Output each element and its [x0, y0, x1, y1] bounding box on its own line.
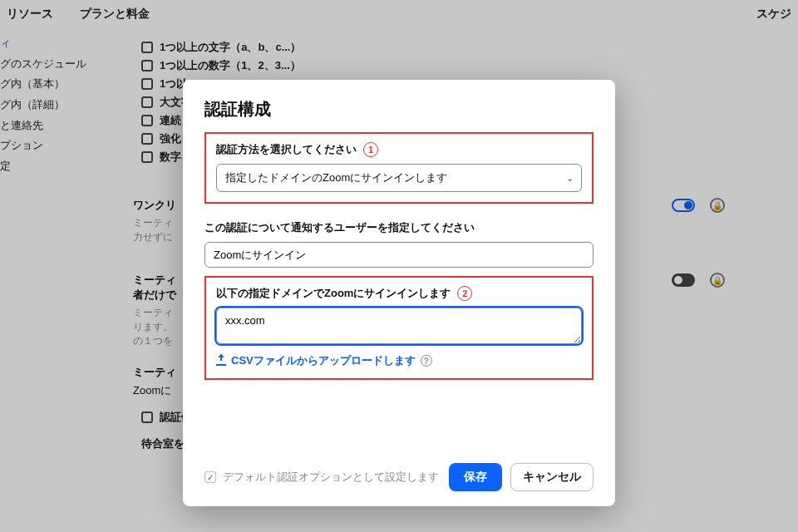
- default-auth-checkbox[interactable]: ✓: [204, 471, 216, 483]
- upload-icon: [216, 356, 226, 366]
- help-icon[interactable]: ?: [421, 355, 432, 367]
- auth-method-value: 指定したドメインのZoomにサインインします: [225, 171, 447, 184]
- annotation-badge-1: 1: [363, 142, 378, 157]
- annotation-box-2: 以下の指定ドメインでZoomにサインインします 2 CSVファイルからアップロー…: [204, 276, 594, 380]
- save-button[interactable]: 保存: [449, 463, 502, 491]
- auth-method-label: 認証方法を選択してください: [216, 142, 357, 157]
- notify-user-input[interactable]: [204, 242, 594, 268]
- modal-title: 認証構成: [204, 98, 594, 121]
- modal-footer: ✓ デフォルト認証オプションとして設定します 保存 キャンセル: [204, 463, 594, 491]
- annotation-badge-2: 2: [457, 286, 472, 301]
- notify-user-label: この認証について通知するユーザーを指定してください: [204, 220, 475, 235]
- cancel-button[interactable]: キャンセル: [510, 463, 594, 491]
- csv-upload-label: CSVファイルからアップロードします: [231, 353, 416, 368]
- auth-method-select[interactable]: 指定したドメインのZoomにサインインします: [216, 164, 582, 192]
- csv-upload-link[interactable]: CSVファイルからアップロードします ?: [216, 353, 432, 368]
- domain-textarea[interactable]: [216, 308, 582, 344]
- domain-signin-label: 以下の指定ドメインでZoomにサインインします: [216, 286, 451, 301]
- auth-config-modal: 認証構成 認証方法を選択してください 1 指定したドメインのZoomにサインイン…: [183, 80, 615, 506]
- annotation-box-1: 認証方法を選択してください 1 指定したドメインのZoomにサインインします ⌄: [204, 132, 594, 204]
- default-auth-label: デフォルト認証オプションとして設定します: [223, 470, 439, 485]
